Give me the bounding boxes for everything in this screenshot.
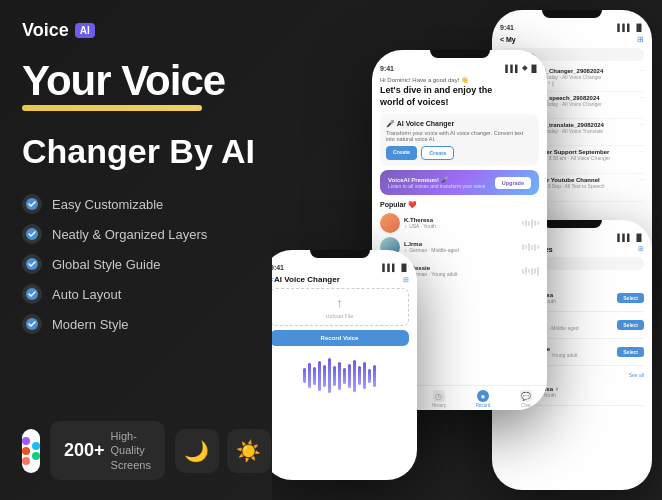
right-panel: 9:41 ▌▌▌ ◈ ▐▌ Hi Dominic! Have a good da…	[272, 0, 662, 500]
status-icons-lb: ▌▌▌ ▐▌	[382, 264, 409, 271]
see-all-button[interactable]: See all	[629, 372, 644, 378]
lb-header: < AI Voice Changer ⊞	[272, 275, 409, 284]
chat-time-2: ···	[640, 95, 644, 100]
status-icons-rt: ▌▌▌ ▐▌	[617, 24, 644, 31]
tab-history[interactable]: ◷ History	[432, 390, 446, 408]
waveform-3	[522, 266, 539, 276]
rt-battery: ▐▌	[634, 24, 644, 31]
tab-chat-label: Chat	[521, 403, 531, 408]
voice-info-2: L.Irma ♀ German · Middle-aged	[404, 241, 518, 253]
waveform-2	[522, 242, 539, 252]
phone-notch-main	[430, 50, 490, 58]
features-list: Easy Customizable Neatly & Organized Lay…	[22, 194, 258, 334]
feature-text-2: Neatly & Organized Layers	[52, 227, 207, 242]
premium-sub: Listen to all voices and transform your …	[388, 183, 485, 189]
feature-item-5: Modern Style	[22, 314, 258, 334]
voice-avatar-1	[380, 213, 400, 233]
welcome-msg: Let's dive in and enjoy theworld of voic…	[380, 85, 539, 108]
waveform-1	[522, 218, 539, 228]
filter-icon[interactable]: ⊞	[637, 35, 644, 44]
lb-title: AI Voice Changer	[274, 275, 340, 284]
app-name: Voice	[22, 20, 69, 41]
ai-badge: AI	[75, 23, 95, 38]
select-button-3[interactable]: Select	[617, 347, 644, 357]
signal-icon: ▌▌▌	[505, 65, 520, 72]
status-bar-lb: 9:41 ▌▌▌ ▐▌	[272, 262, 409, 275]
upload-area[interactable]: ↑ Upload File	[272, 288, 409, 326]
lb-battery: ▐▌	[399, 264, 409, 271]
hero-line1: Your Voice	[22, 59, 258, 103]
dark-mode-button[interactable]: 🌙	[175, 429, 219, 473]
screens-badge: 200+ High-QualityScreens	[50, 421, 165, 480]
logo: Voice AI	[22, 20, 258, 41]
figma-badge	[22, 429, 40, 473]
tab-record[interactable]: ● Record	[476, 390, 491, 408]
voice-tag-2: ♀ German · Middle-aged	[404, 247, 518, 253]
lb-menu-icon[interactable]: ⊞	[403, 276, 409, 284]
check-icon-2	[22, 224, 42, 244]
rt-signal: ▌▌▌	[617, 24, 632, 31]
check-icon-5	[22, 314, 42, 334]
waveform-visual	[272, 350, 409, 401]
voice-tag-1: ♀ USA · Youth	[404, 223, 518, 229]
check-icon-3	[22, 254, 42, 274]
phone-notch-rt	[542, 10, 602, 18]
record-button[interactable]: Record Voice	[272, 330, 409, 346]
feature-item-1: Easy Customizable	[22, 194, 258, 214]
select-button-1[interactable]: Select	[617, 293, 644, 303]
tab-chat[interactable]: 💬 Chat	[520, 390, 532, 408]
feature-text-1: Easy Customizable	[52, 197, 163, 212]
chat-time-5: ···	[640, 177, 644, 182]
phone-notch-rb	[542, 220, 602, 228]
voice-item-1: K.Theresa ♀ USA · Youth	[380, 213, 539, 233]
tab-record-label: Record	[476, 403, 491, 408]
sv-filter-icon[interactable]: ⊞	[638, 245, 644, 253]
greeting-text: Hi Dominic! Have a good day! 👋	[380, 76, 539, 83]
check-icon-1	[22, 194, 42, 214]
voice-tag-3: ♀ German · Young adult	[404, 271, 518, 277]
rb-signal: ▌▌▌	[617, 234, 632, 241]
card-sub: Transform your voice with AI voice chang…	[386, 130, 533, 142]
record-icon: ●	[477, 390, 489, 402]
feature-text-5: Modern Style	[52, 317, 129, 332]
feature-text-3: Global Style Guide	[52, 257, 160, 272]
premium-info: VoiceAI Premium! 🎤 Listen to all voices …	[388, 176, 485, 189]
upgrade-button[interactable]: Upgrade	[495, 177, 531, 189]
main-phone-content: Hi Dominic! Have a good day! 👋 Let's div…	[380, 76, 539, 281]
voice-changer-card: 🎤 AI Voice Changer Transform your voice …	[380, 114, 539, 166]
rt-title: < My	[500, 36, 516, 43]
premium-banner: VoiceAI Premium! 🎤 Listen to all voices …	[380, 170, 539, 195]
hero-line2: Changer By AI	[22, 133, 258, 170]
card-buttons: Create Create	[386, 146, 533, 160]
rt-header: < My ⊞	[500, 35, 644, 44]
premium-text: VoiceAI Premium! 🎤	[388, 176, 485, 183]
status-bar-main: 9:41 ▌▌▌ ◈ ▐▌	[380, 62, 539, 76]
figma-icon	[22, 437, 40, 465]
hero-underline	[22, 105, 202, 111]
chat-icon: 💬	[520, 390, 532, 402]
time-lb: 9:41	[272, 264, 284, 271]
time-main: 9:41	[380, 65, 394, 72]
phone-notch-lb	[310, 250, 370, 258]
status-icons-rb: ▌▌▌ ▐▌	[617, 234, 644, 241]
light-mode-button[interactable]: ☀️	[227, 429, 271, 473]
record-label: Record Voice	[321, 335, 359, 341]
card-title: 🎤 AI Voice Changer	[386, 120, 533, 128]
bottom-bar: 200+ High-QualityScreens 🌙 ☀️	[22, 421, 258, 480]
screens-label: High-QualityScreens	[111, 429, 151, 472]
history-icon: ◷	[433, 390, 445, 402]
rt-header-icons: ⊞	[637, 35, 644, 44]
create-button-1[interactable]: Create	[386, 146, 417, 160]
select-button-2[interactable]: Select	[617, 320, 644, 330]
voice-info-1: K.Theresa ♀ USA · Youth	[404, 217, 518, 229]
create-button-2[interactable]: Create	[421, 146, 454, 160]
phone-left-bottom: 9:41 ▌▌▌ ▐▌ < AI Voice Changer ⊞ ↑ Uploa…	[272, 250, 417, 480]
check-icon-4	[22, 284, 42, 304]
left-panel: Voice AI Your Voice Changer By AI Easy C…	[0, 0, 280, 500]
voice-info-3: M.Bessie ♀ German · Young adult	[404, 265, 518, 277]
popular-label: Popular ❤️	[380, 201, 539, 209]
lb-signal: ▌▌▌	[382, 264, 397, 271]
wifi-icon: ◈	[522, 64, 527, 72]
feature-item-2: Neatly & Organized Layers	[22, 224, 258, 244]
status-icons-main: ▌▌▌ ◈ ▐▌	[505, 64, 539, 72]
